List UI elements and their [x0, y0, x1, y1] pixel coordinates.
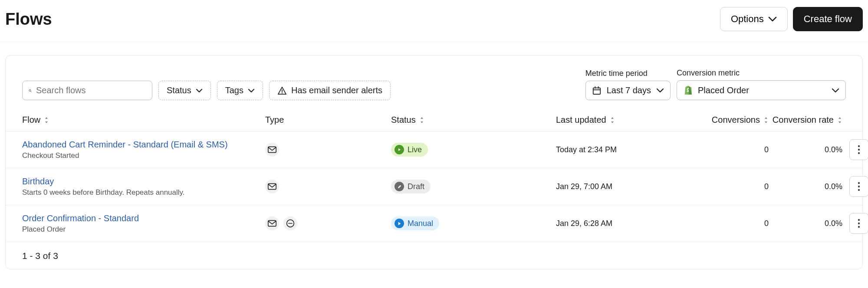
status-badge: Manual — [391, 216, 439, 230]
search-icon — [29, 86, 32, 95]
create-flow-label: Create flow — [804, 13, 852, 25]
svg-line-1 — [31, 91, 32, 92]
row-more-button[interactable] — [849, 213, 868, 234]
conversion-metric-select[interactable]: Placed Order — [677, 80, 846, 100]
sort-icon — [763, 117, 769, 124]
status-filter-label: Status — [167, 85, 191, 95]
options-button[interactable]: Options — [720, 7, 788, 31]
svg-point-21 — [858, 226, 860, 228]
col-type: Type — [265, 115, 391, 125]
more-vertical-icon — [858, 144, 860, 155]
status-dot-icon — [395, 145, 404, 154]
flow-subtitle: Starts 0 weeks before Birthday. Repeats … — [22, 188, 185, 197]
flow-subtitle: Checkout Started — [22, 151, 79, 160]
more-vertical-icon — [858, 181, 860, 192]
flow-name-link[interactable]: Abandoned Cart Reminder - Standard (Emai… — [22, 140, 228, 150]
type-cell — [265, 180, 391, 193]
search-input[interactable] — [36, 85, 146, 95]
col-last-updated[interactable]: Last updated — [556, 115, 690, 125]
svg-rect-12 — [268, 183, 276, 189]
svg-point-0 — [29, 89, 31, 91]
col-conversions[interactable]: Conversions — [690, 115, 769, 125]
conversion-metric-value: Placed Order — [698, 85, 749, 95]
type-cell — [265, 216, 391, 230]
metric-period-value: Last 7 days — [607, 85, 651, 95]
chevron-down-icon — [196, 88, 203, 93]
flow-name-link[interactable]: Birthday — [22, 177, 54, 187]
conversions-cell: 0 — [690, 145, 769, 154]
page-header: Flows Options Create flow — [0, 0, 868, 42]
email-icon — [265, 180, 279, 193]
svg-point-13 — [858, 182, 860, 184]
tags-filter-button[interactable]: Tags — [217, 81, 263, 100]
flows-table: Flow Type Status Last updated — [6, 109, 862, 242]
chevron-down-icon — [832, 88, 839, 93]
sort-icon — [419, 117, 424, 124]
calendar-icon — [592, 86, 602, 95]
tags-filter-label: Tags — [225, 85, 243, 95]
last-updated-cell: Jan 29, 6:28 AM — [556, 219, 690, 228]
flow-name-link[interactable]: Order Confirmation - Standard — [22, 213, 139, 223]
svg-point-15 — [858, 189, 860, 191]
sms-icon — [283, 216, 297, 230]
svg-point-9 — [858, 145, 860, 147]
row-more-button[interactable] — [849, 176, 868, 197]
shopify-icon — [683, 85, 694, 95]
status-text: Live — [408, 145, 422, 154]
search-input-wrap[interactable] — [22, 81, 152, 100]
page-title: Flows — [5, 10, 52, 29]
col-conversion-rate[interactable]: Conversion rate — [769, 115, 842, 125]
table-row: Abandoned Cart Reminder - Standard (Emai… — [6, 131, 862, 168]
chevron-down-icon — [248, 88, 255, 93]
row-more-button[interactable] — [849, 139, 868, 160]
pagination-text: 1 - 3 of 3 — [6, 242, 862, 261]
metric-period-label: Metric time period — [585, 69, 671, 78]
svg-rect-16 — [268, 220, 276, 226]
sort-icon — [837, 117, 842, 124]
conversion-rate-cell: 0.0% — [769, 182, 842, 191]
conversion-rate-cell: 0.0% — [769, 219, 842, 228]
svg-point-20 — [858, 223, 860, 224]
sort-icon — [44, 117, 49, 124]
table-header: Flow Type Status Last updated — [6, 109, 862, 131]
metric-period-select[interactable]: Last 7 days — [585, 81, 671, 100]
svg-point-19 — [858, 219, 860, 221]
more-vertical-icon — [858, 218, 860, 229]
toolbar: Status Tags Has email sender alerts Metr… — [6, 69, 862, 109]
svg-point-11 — [858, 152, 860, 154]
create-flow-button[interactable]: Create flow — [793, 7, 863, 31]
email-icon — [265, 143, 279, 157]
svg-point-3 — [282, 92, 283, 93]
flow-subtitle: Placed Order — [22, 225, 66, 234]
last-updated-cell: Today at 2:34 PM — [556, 145, 690, 154]
type-cell — [265, 143, 391, 157]
status-badge: Draft — [391, 180, 431, 193]
table-row: BirthdayStarts 0 weeks before Birthday. … — [6, 168, 862, 205]
sender-alerts-filter-button[interactable]: Has email sender alerts — [269, 81, 391, 100]
conversion-rate-cell: 0.0% — [769, 145, 842, 154]
status-filter-button[interactable]: Status — [158, 81, 211, 100]
svg-rect-8 — [268, 147, 276, 152]
status-dot-icon — [395, 219, 404, 228]
warning-icon — [277, 86, 287, 95]
col-status[interactable]: Status — [391, 115, 556, 125]
last-updated-cell: Jan 29, 7:00 AM — [556, 182, 690, 191]
conversions-cell: 0 — [690, 219, 769, 228]
flows-card: Status Tags Has email sender alerts Metr… — [5, 55, 863, 269]
status-text: Draft — [408, 182, 424, 191]
sort-icon — [610, 117, 615, 124]
col-flow[interactable]: Flow — [22, 115, 265, 125]
chevron-down-icon — [768, 16, 777, 22]
svg-point-14 — [858, 186, 860, 187]
conversions-cell: 0 — [690, 182, 769, 191]
sender-alerts-label: Has email sender alerts — [291, 85, 382, 95]
table-row: Order Confirmation - StandardPlaced Orde… — [6, 205, 862, 242]
conversion-metric-group: Conversion metric Placed Order — [677, 69, 846, 100]
header-actions: Options Create flow — [720, 7, 863, 31]
svg-point-10 — [858, 149, 860, 151]
conversion-metric-label: Conversion metric — [677, 69, 846, 78]
status-badge: Live — [391, 143, 428, 157]
email-icon — [265, 216, 279, 230]
chevron-down-icon — [656, 88, 664, 93]
status-text: Manual — [408, 219, 433, 228]
